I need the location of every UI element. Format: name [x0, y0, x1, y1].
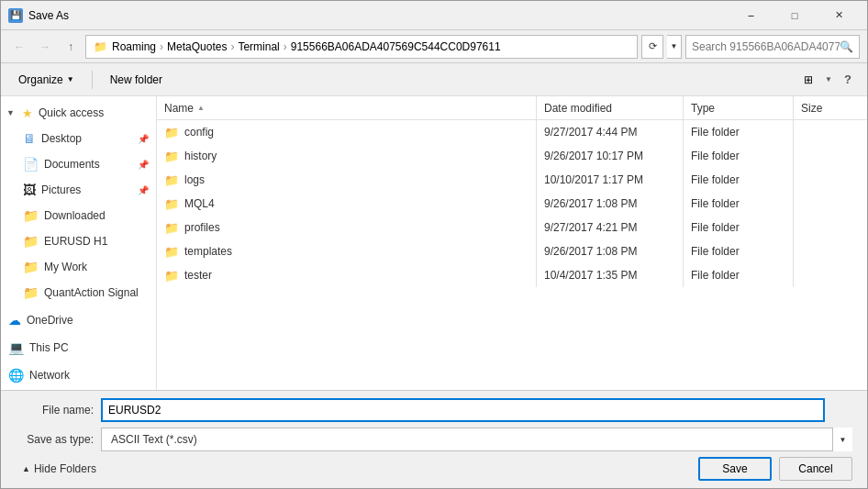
file-size-cell [794, 216, 867, 239]
sidebar-item-network[interactable]: 🌐 Network [1, 362, 156, 388]
file-date-text: 10/10/2017 1:17 PM [544, 173, 643, 186]
onedrive-icon: ☁ [8, 313, 21, 328]
search-input[interactable] [692, 40, 840, 53]
view-icon: ⊞ [804, 73, 813, 86]
sidebar-item-pictures[interactable]: 🖼 Pictures 📌 [1, 177, 156, 203]
file-type-text: File folder [691, 173, 740, 186]
view-button[interactable]: ⊞ [796, 68, 821, 92]
documents-icon: 📄 [23, 157, 39, 172]
sidebar-item-downloaded[interactable]: 📁 Downloaded [1, 203, 156, 228]
file-type-cell: File folder [684, 144, 794, 168]
col-type-label: Type [691, 102, 715, 115]
forward-button[interactable]: → [34, 36, 56, 58]
organize-button[interactable]: Organize ▼ [8, 68, 84, 92]
sidebar: ▼ ★ Quick access 🖥 Desktop 📌 📄 Documents… [1, 96, 157, 390]
save-as-dialog: 💾 Save As ‒ □ ✕ ← → ↑ 📁 Roaming › MetaQu… [0, 0, 868, 489]
up-button[interactable]: ↑ [60, 36, 82, 58]
address-path[interactable]: 📁 Roaming › MetaQuotes › Terminal › 9155… [85, 35, 638, 59]
sidebar-item-quantaction[interactable]: 📁 QuantAction Signal [1, 280, 156, 306]
main-content: ▼ ★ Quick access 🖥 Desktop 📌 📄 Documents… [1, 96, 867, 390]
address-dropdown-button[interactable]: ▼ [667, 35, 682, 59]
file-name-cell: 📁 config [157, 120, 537, 144]
path-terminal: Terminal [238, 40, 279, 53]
save-as-type-select[interactable]: ASCII Text (*.csv) [101, 428, 852, 451]
back-button[interactable]: ← [8, 36, 30, 58]
sidebar-item-mywork[interactable]: 📁 My Work [1, 254, 156, 280]
sidebar-mywork-label: My Work [44, 261, 87, 273]
path-roaming: Roaming [112, 40, 156, 53]
sidebar-network-label: Network [29, 369, 70, 382]
toolbar-separator [92, 71, 93, 89]
column-size[interactable]: Size [794, 96, 867, 119]
file-date-text: 9/27/2017 4:44 PM [544, 126, 637, 139]
refresh-button[interactable]: ⟳ [641, 35, 663, 59]
quick-access-header[interactable]: ▼ ★ Quick access [1, 100, 156, 126]
save-button[interactable]: Save [698, 457, 772, 481]
pin-documents-icon: 📌 [138, 160, 149, 170]
minimize-button[interactable]: ‒ [729, 2, 772, 29]
file-type-text: File folder [691, 221, 740, 234]
sidebar-downloaded-label: Downloaded [44, 209, 106, 222]
sidebar-onedrive-label: OneDrive [27, 314, 73, 327]
folder-row-icon: 📁 [164, 221, 179, 235]
save-as-type-row: Save as type: ASCII Text (*.csv) ▼ [16, 428, 852, 451]
file-name-text: profiles [184, 221, 220, 234]
onedrive-section: ☁ OneDrive [1, 307, 156, 333]
path-arrow-2: › [230, 40, 234, 53]
quick-access-label: Quick access [39, 106, 104, 119]
table-row[interactable]: 📁 MQL4 9/26/2017 1:08 PM File folder [157, 192, 867, 216]
path-metaquotes: MetaQuotes [167, 40, 227, 53]
file-type-cell: File folder [684, 192, 794, 216]
sidebar-pictures-label: Pictures [41, 183, 81, 196]
path-arrow-3: › [284, 40, 287, 53]
table-row[interactable]: 📁 tester 10/4/2017 1:35 PM File folder [157, 263, 867, 287]
quick-access-section: ▼ ★ Quick access 🖥 Desktop 📌 📄 Documents… [1, 100, 156, 306]
sort-arrow-icon: ▲ [197, 104, 205, 112]
cancel-button[interactable]: Cancel [779, 457, 852, 481]
maximize-button[interactable]: □ [773, 2, 816, 29]
file-type-text: File folder [691, 126, 740, 139]
view-arrow-icon: ▼ [825, 75, 832, 83]
file-name-input[interactable] [101, 398, 825, 422]
thispc-icon: 💻 [8, 340, 24, 355]
file-name-cell: 📁 profiles [157, 216, 537, 239]
new-folder-button[interactable]: New folder [100, 68, 172, 92]
col-size-label: Size [801, 102, 822, 115]
folder-row-icon: 📁 [164, 150, 179, 163]
close-button[interactable]: ✕ [818, 2, 860, 29]
file-type-cell: File folder [684, 263, 794, 287]
thispc-section: 💻 This PC [1, 335, 156, 361]
file-name-cell: 📁 tester [157, 263, 537, 287]
file-name-row: File name: [16, 398, 852, 422]
file-date-cell: 9/26/2017 1:08 PM [537, 239, 684, 263]
table-row[interactable]: 📁 history 9/26/2017 10:17 PM File folder [157, 144, 867, 168]
hide-folders-label: Hide Folders [34, 462, 96, 475]
hide-folders-button[interactable]: ▲ Hide Folders [16, 458, 103, 480]
sidebar-item-documents[interactable]: 📄 Documents 📌 [1, 151, 156, 177]
file-date-cell: 10/4/2017 1:35 PM [537, 263, 684, 287]
address-bar: ← → ↑ 📁 Roaming › MetaQuotes › Terminal … [1, 30, 867, 63]
window-title: Save As [28, 9, 729, 22]
file-size-cell [794, 144, 867, 168]
path-hash: 915566BA06ADA407569C544CC0D97611 [291, 40, 501, 53]
network-icon: 🌐 [8, 368, 24, 383]
sidebar-item-onedrive[interactable]: ☁ OneDrive [1, 307, 156, 333]
table-row[interactable]: 📁 config 9/27/2017 4:44 PM File folder [157, 120, 867, 144]
sidebar-item-thispc[interactable]: 💻 This PC [1, 335, 156, 361]
file-type-text: File folder [691, 197, 740, 210]
help-button[interactable]: ? [836, 68, 860, 92]
column-name[interactable]: Name ▲ [157, 96, 537, 119]
table-row[interactable]: 📁 logs 10/10/2017 1:17 PM File folder [157, 168, 867, 192]
column-date[interactable]: Date modified [537, 96, 684, 119]
save-label: Save [722, 462, 747, 475]
file-date-cell: 9/27/2017 4:21 PM [537, 216, 684, 239]
table-row[interactable]: 📁 profiles 9/27/2017 4:21 PM File folder [157, 216, 867, 239]
sidebar-thispc-label: This PC [29, 341, 69, 354]
sidebar-desktop-label: Desktop [41, 132, 82, 145]
sidebar-item-desktop[interactable]: 🖥 Desktop 📌 [1, 126, 156, 151]
table-row[interactable]: 📁 templates 9/26/2017 1:08 PM File folde… [157, 239, 867, 263]
column-type[interactable]: Type [684, 96, 794, 119]
sidebar-item-eurusd[interactable]: 📁 EURUSD H1 [1, 228, 156, 254]
downloaded-folder-icon: 📁 [23, 208, 39, 223]
file-date-cell: 10/10/2017 1:17 PM [537, 168, 684, 192]
